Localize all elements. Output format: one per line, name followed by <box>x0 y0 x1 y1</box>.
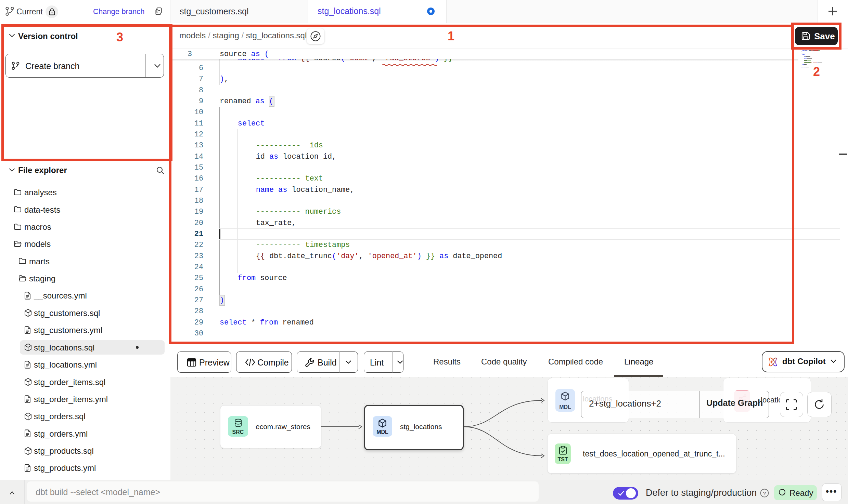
svg-text:?: ? <box>763 490 766 496</box>
